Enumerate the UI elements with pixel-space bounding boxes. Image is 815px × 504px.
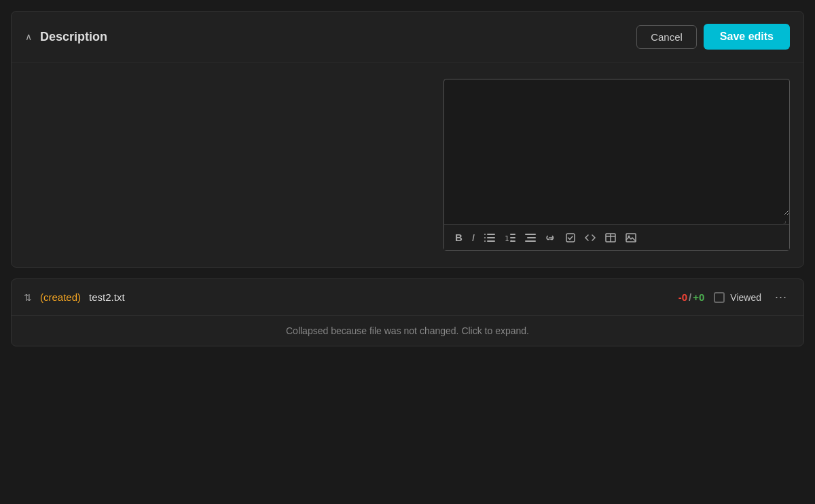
link-button[interactable] [543, 232, 559, 244]
collapse-icon[interactable]: ∧ [25, 31, 32, 42]
file-created-label: (created) [40, 291, 81, 303]
cancel-button[interactable]: Cancel [636, 25, 697, 49]
description-title: Description [40, 30, 107, 44]
checkbox-button[interactable] [563, 232, 578, 244]
diff-stats: -0 / +0 [678, 291, 705, 303]
numbered-list-button[interactable]: 1. [502, 232, 518, 244]
diff-plus: +0 [693, 291, 704, 303]
svg-rect-2 [484, 237, 486, 238]
description-textarea[interactable] [444, 79, 789, 215]
svg-rect-10 [525, 234, 536, 235]
svg-rect-11 [527, 237, 536, 238]
resize-handle: ⌟ [444, 215, 789, 224]
table-button[interactable] [602, 232, 619, 244]
description-header: ∧ Description Cancel Save edits [12, 12, 803, 62]
editor-toolbar: B I 1. [444, 224, 789, 250]
page-container: ∧ Description Cancel Save edits ⌟ B I [0, 0, 815, 357]
svg-rect-4 [484, 240, 486, 242]
file-collapsed-message[interactable]: Collapsed because file was not changed. … [12, 316, 803, 346]
header-buttons: Cancel Save edits [636, 24, 790, 50]
bullet-list-button[interactable] [482, 232, 498, 244]
svg-rect-7 [510, 234, 515, 235]
viewed-section: Viewed [714, 292, 761, 303]
file-header-right: -0 / +0 Viewed ··· [678, 289, 791, 306]
resize-icon: ⌟ [783, 217, 786, 224]
svg-rect-3 [487, 237, 495, 238]
bold-button[interactable]: B [452, 230, 465, 245]
save-edits-button[interactable]: Save edits [704, 24, 790, 50]
svg-rect-9 [510, 240, 515, 242]
svg-rect-5 [487, 240, 495, 242]
viewed-label: Viewed [730, 292, 761, 303]
more-options-button[interactable]: ··· [771, 289, 791, 306]
svg-rect-12 [525, 240, 536, 242]
svg-rect-0 [484, 234, 486, 235]
image-button[interactable] [623, 232, 639, 244]
italic-button[interactable]: I [469, 230, 477, 245]
file-name: test2.txt [89, 291, 125, 303]
indent-button[interactable] [522, 232, 539, 244]
svg-rect-8 [510, 237, 515, 238]
editor-container: ⌟ B I [443, 79, 790, 251]
description-card: ∧ Description Cancel Save edits ⌟ B I [11, 11, 804, 268]
description-header-left: ∧ Description [25, 30, 107, 44]
file-card: ⇅ (created) test2.txt -0 / +0 Viewed ···… [11, 278, 804, 346]
viewed-checkbox[interactable] [714, 292, 725, 303]
svg-rect-1 [487, 234, 495, 235]
diff-minus: -0 [678, 291, 687, 303]
expand-icon[interactable]: ⇅ [24, 292, 32, 303]
file-header-left: ⇅ (created) test2.txt [24, 291, 125, 303]
description-body: ⌟ B I [12, 62, 803, 267]
diff-slash: / [689, 291, 691, 303]
file-header: ⇅ (created) test2.txt -0 / +0 Viewed ··· [12, 279, 803, 316]
code-button[interactable] [582, 232, 598, 244]
